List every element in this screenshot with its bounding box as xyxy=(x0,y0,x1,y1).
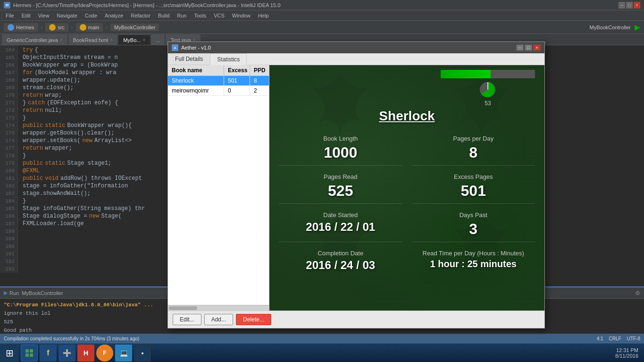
svg-rect-2 xyxy=(25,349,29,353)
main-folder-icon xyxy=(80,24,86,31)
svg-rect-7 xyxy=(66,349,68,357)
hermes-icon xyxy=(8,24,14,31)
tab-statistics[interactable]: Statistics xyxy=(210,53,247,65)
menu-navigate[interactable]: Navigate xyxy=(53,12,81,19)
edit-button[interactable]: Edit... xyxy=(173,314,201,325)
taskbar-app-6[interactable]: 💻 xyxy=(115,345,132,362)
file-tab-1[interactable]: BookRead.fxml × xyxy=(68,34,117,45)
encoding: UTF-8 xyxy=(627,336,640,341)
src-folder-icon xyxy=(49,24,56,31)
run-icon-sm: ▶ xyxy=(4,290,8,296)
table-scroll-area[interactable]: Sherlock 501 8 meirowmqoimr 0 2 xyxy=(168,76,269,305)
status-bar: Compilation completed successfully in 2s… xyxy=(0,334,644,343)
table-row[interactable]: meirowmqoimr 0 2 xyxy=(168,86,269,96)
breadcrumb-sep-3: › xyxy=(106,25,108,30)
tab-full-details[interactable]: Full Details xyxy=(168,53,210,65)
stat-value-date-started: 2016 / 22 / 01 xyxy=(283,220,399,234)
stat-value-excess-pages: 501 xyxy=(416,182,532,200)
menu-help[interactable]: Help xyxy=(254,12,273,19)
line-ending: CRLF xyxy=(609,336,621,341)
taskbar-app-4[interactable]: H xyxy=(77,345,94,362)
stats-content: 53 Sherlock Book Length 1000 xyxy=(269,65,544,296)
file-tab-close-2[interactable]: × xyxy=(142,37,145,42)
dialog-minimize-button[interactable]: − xyxy=(516,44,524,51)
dialog-title-left: A Aether - v1.0 xyxy=(172,44,211,51)
file-tab-close-1[interactable]: × xyxy=(110,37,113,42)
stat-pages-read: Pages Read 525 xyxy=(279,169,402,204)
stat-value-read-time: 1 hour : 25 minutes xyxy=(416,259,532,269)
toolbar-right: MyBookController ▶ xyxy=(590,23,640,32)
taskbar-app-7[interactable]: ▪ xyxy=(134,345,151,362)
book-title: Sherlock xyxy=(279,109,535,124)
cell-ppd-1: 2 xyxy=(250,86,269,95)
dialog-bottom-buttons: Edit... Add... Delete... xyxy=(168,311,544,328)
stat-ppd: Pages per Day 8 xyxy=(412,131,535,166)
menu-run[interactable]: Run xyxy=(173,12,190,19)
menu-build[interactable]: Build xyxy=(154,12,173,19)
table-row[interactable]: Sherlock 501 8 xyxy=(168,76,269,86)
table-header: Book name Excess PPD xyxy=(168,65,269,76)
stat-label-excess-pages: Excess Pages xyxy=(416,173,532,180)
cell-ppd-0: 8 xyxy=(250,76,269,85)
main-item[interactable]: main xyxy=(76,23,103,32)
table-scrollbar-h[interactable] xyxy=(168,305,269,311)
dialog-close-button[interactable]: × xyxy=(533,44,541,51)
stat-label-date-started: Date Started xyxy=(283,211,399,219)
menu-view[interactable]: View xyxy=(34,12,53,19)
hermes-label: Hermes xyxy=(16,25,34,30)
menu-analyze[interactable]: Analyze xyxy=(101,12,127,19)
progress-bar-outer xyxy=(441,70,535,78)
stat-date-started: Date Started 2016 / 22 / 01 xyxy=(279,208,402,242)
taskbar-clock: 12:31 PM 8/11/2016 xyxy=(610,347,644,359)
menu-edit[interactable]: Edit xyxy=(18,12,34,19)
taskbar-apps: f H F 💻 ▪ xyxy=(19,345,153,362)
start-button[interactable]: ⊞ xyxy=(0,344,19,362)
aether-dialog: A Aether - v1.0 − □ × Full Details Stati… xyxy=(167,42,545,328)
stat-book-length: Book Length 1000 xyxy=(279,131,402,166)
controller-label: MyBookController xyxy=(114,25,155,30)
run-icon[interactable]: ▶ xyxy=(635,23,640,32)
file-tab-label-3: ... xyxy=(156,37,160,43)
books-table-panel: Book name Excess PPD Sherlock 501 8 meir… xyxy=(168,65,269,311)
file-tab-0[interactable]: GenericController.java × xyxy=(2,34,67,45)
breadcrumb-sep-2: › xyxy=(71,25,73,30)
menu-code[interactable]: Code xyxy=(81,12,101,19)
taskbar-app-5[interactable]: F xyxy=(96,345,113,362)
hermes-navbar: Hermes › src › main › MyBookController M… xyxy=(0,21,644,34)
maximize-button[interactable]: □ xyxy=(626,2,633,8)
stat-label-book-length: Book Length xyxy=(283,135,399,142)
stat-value-completion-date: 2016 / 24 / 03 xyxy=(283,259,399,272)
hermes-home-item[interactable]: Hermes xyxy=(4,23,38,32)
menu-vcs[interactable]: VCS xyxy=(210,12,228,19)
taskbar-app-3[interactable] xyxy=(59,345,75,362)
dialog-tabs: Full Details Statistics xyxy=(168,53,544,65)
dialog-maximize-button[interactable]: □ xyxy=(525,44,532,51)
ide-background: H Hermes - [C:/Users/Timothy/IdeaProject… xyxy=(0,0,644,362)
scroll-thumb[interactable] xyxy=(169,306,197,310)
file-tab-2[interactable]: MyBo... × xyxy=(118,34,150,45)
run-settings-icon[interactable]: ⚙ xyxy=(635,290,640,296)
run-label: Run xyxy=(9,290,19,296)
stat-label-completion-date: Completion Date xyxy=(283,250,399,257)
controller-item[interactable]: MyBookController xyxy=(110,24,159,31)
stat-label-pages-read: Pages Read xyxy=(283,173,399,180)
taskbar-app-1[interactable] xyxy=(21,345,38,362)
menu-window[interactable]: Window xyxy=(228,12,254,19)
add-button[interactable]: Add... xyxy=(204,314,233,325)
taskbar-app-2[interactable]: f xyxy=(40,345,57,362)
src-item[interactable]: src xyxy=(45,23,68,32)
menu-refactor[interactable]: Refactor xyxy=(127,12,154,19)
delete-button[interactable]: Delete... xyxy=(236,314,271,325)
dialog-title-text: Aether - v1.0 xyxy=(181,45,211,51)
progress-container: 53 xyxy=(441,70,535,107)
progress-pie-chart xyxy=(478,80,497,99)
svg-rect-5 xyxy=(30,354,33,357)
file-tab-3[interactable]: ... xyxy=(151,34,165,45)
status-right: 4:1 CRLF UTF-8 xyxy=(597,336,640,341)
minimize-button[interactable]: − xyxy=(619,2,625,8)
menu-file[interactable]: File xyxy=(2,12,18,19)
close-button[interactable]: × xyxy=(634,2,640,8)
cell-excess-0: 501 xyxy=(224,76,250,85)
menu-tools[interactable]: Tools xyxy=(190,12,210,19)
file-tab-close-0[interactable]: × xyxy=(60,37,63,42)
